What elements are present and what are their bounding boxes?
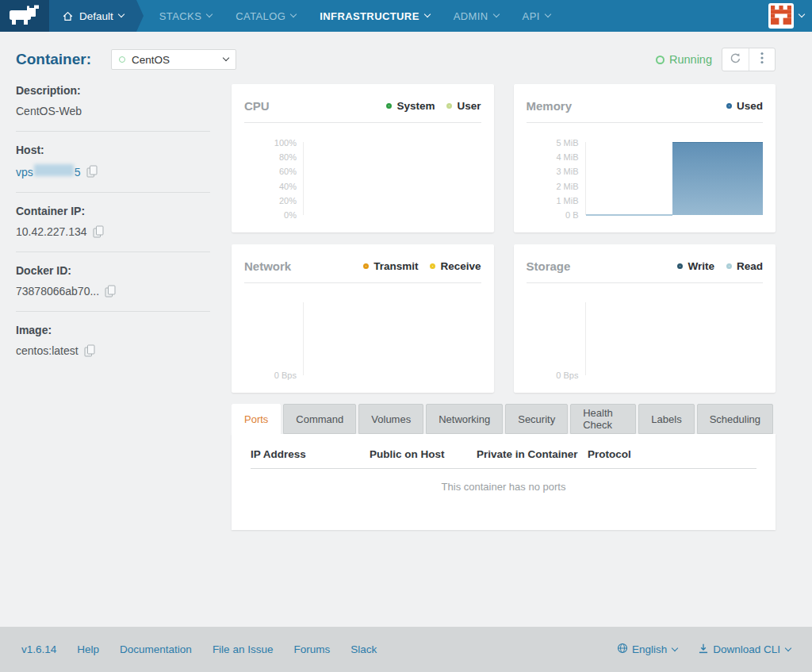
globe-icon bbox=[617, 643, 632, 656]
copy-icon[interactable] bbox=[105, 285, 116, 298]
footer-link-forums[interactable]: Forums bbox=[293, 643, 330, 655]
tab-command[interactable]: Command bbox=[283, 404, 356, 434]
chevron-down-icon bbox=[492, 11, 499, 17]
legend-network-receive[interactable]: Receive bbox=[430, 260, 481, 272]
footer-link-file-an-issue[interactable]: File an Issue bbox=[213, 643, 274, 655]
footer-link-slack[interactable]: Slack bbox=[350, 643, 377, 655]
download-cli-menu[interactable]: Download CLI bbox=[698, 643, 791, 657]
detail-image: Image: centos:latest bbox=[16, 324, 210, 357]
container-actions bbox=[722, 48, 776, 71]
page-title: Container: bbox=[16, 51, 91, 68]
detail-container-ip: Container IP: 10.42.227.134 bbox=[16, 205, 210, 238]
divider bbox=[244, 122, 481, 123]
copy-icon[interactable] bbox=[93, 225, 104, 238]
cpu-panel-title: CPU bbox=[244, 99, 270, 113]
storage-plot-area bbox=[585, 302, 764, 375]
user-menu[interactable] bbox=[768, 0, 812, 32]
nav-item-api[interactable]: API bbox=[511, 0, 562, 32]
tab-scheduling[interactable]: Scheduling bbox=[697, 404, 773, 434]
legend-ring-icon bbox=[446, 103, 452, 109]
chevron-down-icon bbox=[290, 11, 297, 17]
ports-table-header: IP Address Public on Host Private in Con… bbox=[251, 448, 756, 469]
legend-ring-icon bbox=[726, 103, 732, 109]
footer-link-documentation[interactable]: Documentation bbox=[120, 643, 192, 655]
container-select-value: CentOS bbox=[132, 54, 170, 66]
more-actions-button[interactable] bbox=[749, 48, 775, 71]
divider bbox=[16, 252, 210, 252]
legend-ring-icon bbox=[363, 263, 369, 269]
rancher-cow-icon bbox=[9, 4, 40, 29]
nav-item-stacks[interactable]: STACKS bbox=[147, 0, 224, 32]
divider bbox=[527, 122, 764, 123]
tab-ports[interactable]: Ports bbox=[232, 404, 281, 434]
copy-icon[interactable] bbox=[86, 165, 98, 178]
chevron-down-icon bbox=[223, 55, 229, 61]
detail-host: Host: vps5 bbox=[16, 144, 210, 179]
chevron-down-icon bbox=[785, 644, 791, 651]
tab-security[interactable]: Security bbox=[505, 404, 568, 434]
nav-item-infrastructure[interactable]: INFRASTRUCTURE bbox=[308, 0, 441, 32]
status-badge: Running bbox=[656, 53, 712, 66]
cpu-y-axis: 100%80% 60%40% 20%0% bbox=[244, 138, 303, 220]
col-private-in-container: Private in Container bbox=[477, 448, 588, 460]
footer-link-help[interactable]: Help bbox=[77, 643, 99, 655]
copy-icon[interactable] bbox=[84, 344, 95, 357]
environment-menu[interactable]: Default bbox=[49, 0, 136, 32]
main-content: Container: CentOS Running bbox=[0, 32, 812, 627]
nav-item-catalog[interactable]: CATALOG bbox=[224, 0, 308, 32]
legend-cpu-system[interactable]: System bbox=[386, 100, 435, 112]
legend-ring-icon bbox=[386, 103, 392, 109]
footer: v1.6.14 Help Documentation File an Issue… bbox=[0, 627, 812, 672]
language-selector[interactable]: English bbox=[617, 643, 677, 656]
restart-button[interactable] bbox=[722, 48, 749, 71]
avatar bbox=[768, 3, 794, 29]
network-y-axis: 0 Bps bbox=[244, 298, 303, 380]
legend-ring-icon bbox=[726, 263, 732, 269]
language-label: English bbox=[632, 643, 667, 655]
legend-ring-icon bbox=[677, 263, 683, 269]
memory-zero-line bbox=[586, 214, 673, 216]
main-nav: STACKS CATALOG INFRASTRUCTURE ADMIN API bbox=[147, 0, 562, 32]
storage-chart: 0 Bps bbox=[527, 302, 764, 375]
memory-chart: 5 MiB4 MiB 3 MiB2 MiB 1 MiB0 B bbox=[527, 142, 764, 215]
divider bbox=[527, 282, 764, 283]
chevron-down-icon bbox=[545, 11, 551, 17]
redacted-host-text bbox=[34, 164, 74, 176]
nav-item-admin[interactable]: ADMIN bbox=[442, 0, 511, 32]
cpu-panel: CPU System User bbox=[232, 84, 494, 232]
legend-cpu-user[interactable]: User bbox=[446, 100, 481, 112]
legend-memory-used[interactable]: Used bbox=[726, 100, 763, 112]
ports-table-panel: IP Address Public on Host Private in Con… bbox=[232, 434, 776, 530]
legend-ring-icon bbox=[430, 263, 435, 269]
tab-networking[interactable]: Networking bbox=[426, 404, 503, 434]
storage-y-axis: 0 Bps bbox=[527, 298, 585, 380]
top-nav-bar: Default STACKS CATALOG INFRASTRUCTURE AD… bbox=[0, 0, 812, 32]
legend-storage-read[interactable]: Read bbox=[726, 260, 763, 272]
network-panel: Network Transmit Receive bbox=[232, 244, 494, 393]
container-select[interactable]: CentOS bbox=[111, 49, 236, 70]
tab-health-check[interactable]: Health Check bbox=[570, 404, 636, 434]
download-icon bbox=[698, 643, 713, 657]
network-plot-area bbox=[303, 302, 481, 375]
running-state-icon bbox=[656, 56, 665, 64]
chevron-down-icon bbox=[118, 11, 124, 17]
memory-used-area bbox=[672, 142, 763, 215]
network-chart: 0 Bps bbox=[244, 302, 481, 375]
tab-volumes[interactable]: Volumes bbox=[358, 404, 423, 434]
container-state-icon bbox=[119, 56, 125, 63]
version-label: v1.6.14 bbox=[21, 643, 56, 655]
container-details-sidebar: Description: CentOS-Web Host: vps5 bbox=[16, 84, 210, 530]
tab-labels[interactable]: Labels bbox=[638, 404, 694, 434]
legend-network-transmit[interactable]: Transmit bbox=[363, 260, 418, 272]
divider bbox=[244, 282, 481, 283]
environment-label: Default bbox=[79, 10, 113, 22]
host-link[interactable]: vps5 bbox=[16, 164, 81, 179]
download-cli-label: Download CLI bbox=[713, 643, 780, 655]
page-header-row: Container: CentOS Running bbox=[16, 48, 776, 71]
legend-storage-write[interactable]: Write bbox=[677, 260, 714, 272]
detail-description: Description: CentOS-Web bbox=[16, 84, 210, 117]
chevron-down-icon bbox=[672, 644, 678, 651]
network-panel-title: Network bbox=[244, 259, 291, 273]
kebab-menu-icon bbox=[760, 52, 764, 67]
rancher-logo[interactable] bbox=[0, 0, 49, 32]
